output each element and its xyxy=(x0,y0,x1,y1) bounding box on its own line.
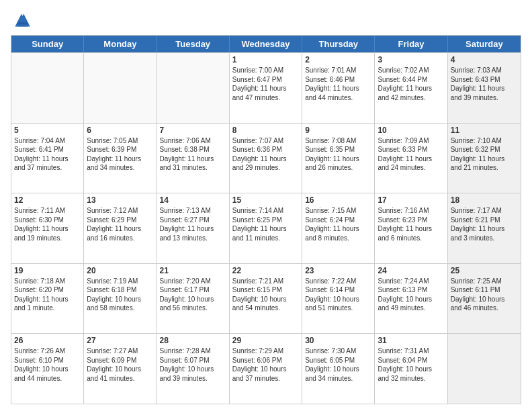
svg-rect-2 xyxy=(17,22,28,24)
day-cell-30: 30Sunrise: 7:30 AM Sunset: 6:05 PM Dayli… xyxy=(302,334,375,404)
day-cell-19: 19Sunrise: 7:18 AM Sunset: 6:20 PM Dayli… xyxy=(11,264,84,334)
page: SundayMondayTuesdayWednesdayThursdayFrid… xyxy=(0,0,532,411)
day-cell-16: 16Sunrise: 7:15 AM Sunset: 6:24 PM Dayli… xyxy=(302,193,375,263)
calendar-body: 1Sunrise: 7:00 AM Sunset: 6:47 PM Daylig… xyxy=(11,52,521,404)
day-cell-4: 4Sunrise: 7:03 AM Sunset: 6:43 PM Daylig… xyxy=(448,53,521,123)
day-number: 22 xyxy=(232,266,299,275)
day-number: 19 xyxy=(14,266,81,275)
day-number: 30 xyxy=(305,336,371,345)
day-cell-5: 5Sunrise: 7:04 AM Sunset: 6:41 PM Daylig… xyxy=(11,124,84,193)
day-info: Sunrise: 7:21 AM Sunset: 6:15 PM Dayligh… xyxy=(232,277,299,313)
day-cell-17: 17Sunrise: 7:16 AM Sunset: 6:23 PM Dayli… xyxy=(375,193,447,263)
day-number: 14 xyxy=(160,195,226,205)
day-info: Sunrise: 7:06 AM Sunset: 6:38 PM Dayligh… xyxy=(160,136,226,173)
day-number: 13 xyxy=(87,195,153,205)
empty-cell-r4c6 xyxy=(448,334,521,404)
day-cell-23: 23Sunrise: 7:22 AM Sunset: 6:14 PM Dayli… xyxy=(302,264,375,334)
day-info: Sunrise: 7:31 AM Sunset: 6:04 PM Dayligh… xyxy=(378,347,444,383)
day-cell-24: 24Sunrise: 7:24 AM Sunset: 6:13 PM Dayli… xyxy=(375,264,447,334)
day-number: 31 xyxy=(378,336,444,345)
header-day-saturday: Saturday xyxy=(448,36,521,52)
empty-cell-r0c2 xyxy=(157,53,230,123)
header-day-friday: Friday xyxy=(375,36,447,52)
day-number: 7 xyxy=(160,126,226,135)
calendar-row-2: 12Sunrise: 7:11 AM Sunset: 6:30 PM Dayli… xyxy=(11,193,521,263)
day-info: Sunrise: 7:22 AM Sunset: 6:14 PM Dayligh… xyxy=(305,277,371,313)
header-day-thursday: Thursday xyxy=(302,36,375,52)
day-cell-11: 11Sunrise: 7:10 AM Sunset: 6:32 PM Dayli… xyxy=(448,124,521,193)
day-cell-14: 14Sunrise: 7:13 AM Sunset: 6:27 PM Dayli… xyxy=(157,193,230,263)
day-info: Sunrise: 7:08 AM Sunset: 6:35 PM Dayligh… xyxy=(305,136,371,173)
day-cell-28: 28Sunrise: 7:28 AM Sunset: 6:07 PM Dayli… xyxy=(157,334,230,404)
day-info: Sunrise: 7:25 AM Sunset: 6:11 PM Dayligh… xyxy=(451,277,518,313)
day-info: Sunrise: 7:26 AM Sunset: 6:10 PM Dayligh… xyxy=(14,347,81,383)
day-cell-25: 25Sunrise: 7:25 AM Sunset: 6:11 PM Dayli… xyxy=(448,264,521,334)
day-info: Sunrise: 7:15 AM Sunset: 6:24 PM Dayligh… xyxy=(305,206,371,242)
header-day-monday: Monday xyxy=(84,36,157,52)
day-cell-26: 26Sunrise: 7:26 AM Sunset: 6:10 PM Dayli… xyxy=(11,334,84,404)
day-number: 3 xyxy=(378,55,444,64)
day-info: Sunrise: 7:04 AM Sunset: 6:41 PM Dayligh… xyxy=(14,136,81,173)
day-number: 25 xyxy=(451,266,518,275)
day-info: Sunrise: 7:03 AM Sunset: 6:43 PM Dayligh… xyxy=(451,66,518,102)
day-info: Sunrise: 7:30 AM Sunset: 6:05 PM Dayligh… xyxy=(305,347,371,383)
day-info: Sunrise: 7:28 AM Sunset: 6:07 PM Dayligh… xyxy=(160,347,226,383)
day-info: Sunrise: 7:00 AM Sunset: 6:47 PM Dayligh… xyxy=(232,66,299,102)
day-number: 4 xyxy=(451,55,518,64)
day-info: Sunrise: 7:20 AM Sunset: 6:17 PM Dayligh… xyxy=(160,277,226,313)
day-number: 20 xyxy=(87,266,153,275)
day-cell-7: 7Sunrise: 7:06 AM Sunset: 6:38 PM Daylig… xyxy=(157,124,230,193)
day-cell-3: 3Sunrise: 7:02 AM Sunset: 6:44 PM Daylig… xyxy=(375,53,447,123)
day-info: Sunrise: 7:14 AM Sunset: 6:25 PM Dayligh… xyxy=(232,206,299,242)
day-number: 6 xyxy=(87,126,153,135)
day-info: Sunrise: 7:27 AM Sunset: 6:09 PM Dayligh… xyxy=(87,347,153,383)
calendar-row-0: 1Sunrise: 7:00 AM Sunset: 6:47 PM Daylig… xyxy=(11,52,521,123)
day-cell-27: 27Sunrise: 7:27 AM Sunset: 6:09 PM Dayli… xyxy=(84,334,157,404)
empty-cell-r0c0 xyxy=(11,53,84,123)
day-info: Sunrise: 7:02 AM Sunset: 6:44 PM Dayligh… xyxy=(378,66,444,102)
day-info: Sunrise: 7:19 AM Sunset: 6:18 PM Dayligh… xyxy=(87,277,153,313)
day-number: 1 xyxy=(232,55,299,64)
day-number: 2 xyxy=(305,55,371,64)
day-info: Sunrise: 7:24 AM Sunset: 6:13 PM Dayligh… xyxy=(378,277,444,313)
day-cell-29: 29Sunrise: 7:29 AM Sunset: 6:06 PM Dayli… xyxy=(230,334,302,404)
day-number: 24 xyxy=(378,266,444,275)
day-number: 11 xyxy=(451,126,518,135)
logo-icon xyxy=(11,9,32,31)
calendar-row-1: 5Sunrise: 7:04 AM Sunset: 6:41 PM Daylig… xyxy=(11,123,521,193)
day-cell-6: 6Sunrise: 7:05 AM Sunset: 6:39 PM Daylig… xyxy=(84,124,157,193)
day-number: 17 xyxy=(378,195,444,205)
day-info: Sunrise: 7:09 AM Sunset: 6:33 PM Dayligh… xyxy=(378,136,444,173)
day-cell-21: 21Sunrise: 7:20 AM Sunset: 6:17 PM Dayli… xyxy=(157,264,230,334)
day-number: 8 xyxy=(232,126,299,135)
day-cell-1: 1Sunrise: 7:00 AM Sunset: 6:47 PM Daylig… xyxy=(230,53,302,123)
day-cell-15: 15Sunrise: 7:14 AM Sunset: 6:25 PM Dayli… xyxy=(230,193,302,263)
calendar-row-4: 26Sunrise: 7:26 AM Sunset: 6:10 PM Dayli… xyxy=(11,333,521,404)
calendar-row-3: 19Sunrise: 7:18 AM Sunset: 6:20 PM Dayli… xyxy=(11,263,521,334)
empty-cell-r0c1 xyxy=(84,53,157,123)
day-info: Sunrise: 7:05 AM Sunset: 6:39 PM Dayligh… xyxy=(87,136,153,173)
day-number: 21 xyxy=(160,266,226,275)
day-cell-12: 12Sunrise: 7:11 AM Sunset: 6:30 PM Dayli… xyxy=(11,193,84,263)
day-cell-2: 2Sunrise: 7:01 AM Sunset: 6:46 PM Daylig… xyxy=(302,53,375,123)
day-info: Sunrise: 7:07 AM Sunset: 6:36 PM Dayligh… xyxy=(232,136,299,173)
day-info: Sunrise: 7:12 AM Sunset: 6:29 PM Dayligh… xyxy=(87,206,153,242)
day-number: 28 xyxy=(160,336,226,345)
day-cell-31: 31Sunrise: 7:31 AM Sunset: 6:04 PM Dayli… xyxy=(375,334,447,404)
day-number: 5 xyxy=(14,126,81,135)
day-cell-9: 9Sunrise: 7:08 AM Sunset: 6:35 PM Daylig… xyxy=(302,124,375,193)
day-info: Sunrise: 7:11 AM Sunset: 6:30 PM Dayligh… xyxy=(14,206,81,242)
day-cell-8: 8Sunrise: 7:07 AM Sunset: 6:36 PM Daylig… xyxy=(230,124,302,193)
day-info: Sunrise: 7:10 AM Sunset: 6:32 PM Dayligh… xyxy=(451,136,518,173)
calendar: SundayMondayTuesdayWednesdayThursdayFrid… xyxy=(11,35,521,404)
day-number: 18 xyxy=(451,195,518,205)
day-info: Sunrise: 7:01 AM Sunset: 6:46 PM Dayligh… xyxy=(305,66,371,102)
day-number: 26 xyxy=(14,336,81,345)
calendar-header-row: SundayMondayTuesdayWednesdayThursdayFrid… xyxy=(11,36,521,52)
day-info: Sunrise: 7:17 AM Sunset: 6:21 PM Dayligh… xyxy=(451,206,518,242)
header-day-wednesday: Wednesday xyxy=(230,36,302,52)
day-cell-18: 18Sunrise: 7:17 AM Sunset: 6:21 PM Dayli… xyxy=(448,193,521,263)
day-number: 23 xyxy=(305,266,371,275)
day-info: Sunrise: 7:16 AM Sunset: 6:23 PM Dayligh… xyxy=(378,206,444,242)
day-cell-10: 10Sunrise: 7:09 AM Sunset: 6:33 PM Dayli… xyxy=(375,124,447,193)
